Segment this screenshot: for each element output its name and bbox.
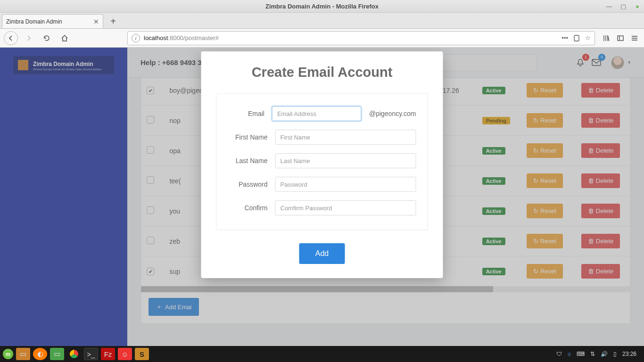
password-input[interactable] (275, 177, 416, 192)
tray-network-icon[interactable]: ⇅ (590, 351, 595, 357)
firstname-input[interactable] (275, 130, 416, 145)
nav-home-button[interactable] (58, 31, 72, 45)
email-label: Email (228, 110, 272, 117)
browser-tab-title: Zimbra Domain Admin (6, 18, 62, 25)
os-titlebar: Zimbra Domain Admin - Mozilla Firefox — … (0, 0, 644, 13)
taskbar-files2-icon[interactable]: ▭ (50, 348, 64, 360)
svg-rect-0 (574, 35, 579, 41)
browser-toolbar: i localhost:8000/postmaster# ••• ☆ (0, 29, 644, 48)
tab-close-icon[interactable]: ✕ (93, 18, 99, 25)
reader-mode-icon[interactable] (573, 34, 580, 42)
browser-tabstrip: Zimbra Domain Admin ✕ + (0, 13, 644, 29)
os-taskbar: m ▭ ◐ ▭ >_ Fz ☺ S 🛡 ⌽ ⌨ ⇅ 🔊 ▯ 23:26 (0, 346, 644, 362)
nav-forward-button[interactable] (22, 31, 36, 45)
password-label: Password (228, 181, 275, 188)
nav-reload-button[interactable] (40, 31, 54, 45)
svg-rect-1 (618, 36, 623, 41)
url-host: localhost (144, 34, 168, 41)
url-path: :8000/postmaster# (168, 34, 219, 41)
tray-battery-icon[interactable]: ▯ (613, 351, 617, 357)
library-icon[interactable] (603, 34, 610, 42)
lastname-label: Last Name (228, 157, 275, 165)
window-close-button[interactable]: ● (634, 3, 641, 10)
sidebar-toggle-icon[interactable] (617, 34, 624, 42)
taskbar-firefox-icon[interactable]: ◐ (33, 348, 47, 360)
tray-clock[interactable]: 23:26 (622, 351, 636, 357)
tray-bluetooth-icon[interactable]: ⌽ (568, 351, 571, 357)
taskbar-chrome-icon[interactable] (67, 348, 81, 360)
create-email-modal: Create Email Account Email @pigeoncy.com… (201, 51, 443, 278)
confirm-label: Confirm (228, 204, 275, 212)
confirm-input[interactable] (275, 200, 416, 215)
nav-back-button[interactable] (4, 31, 18, 45)
taskbar-filezilla-icon[interactable]: Fz (101, 348, 115, 360)
window-maximize-button[interactable]: ▢ (619, 3, 627, 10)
modal-title: Create Email Account (201, 65, 443, 80)
tray-shield-icon[interactable]: 🛡 (556, 351, 562, 357)
firefox-menu-icon[interactable] (631, 34, 638, 42)
window-title: Zimbra Domain Admin - Mozilla Firefox (265, 3, 379, 10)
new-tab-button[interactable]: + (106, 14, 120, 28)
taskbar-app-icon[interactable]: ☺ (118, 348, 132, 360)
modal-form-card: Email @pigeoncy.com First Name Last Name… (216, 93, 428, 230)
bookmark-star-icon[interactable]: ☆ (585, 34, 591, 41)
firstname-label: First Name (228, 133, 275, 141)
page-actions-icon[interactable]: ••• (561, 34, 568, 41)
site-info-icon[interactable]: i (132, 34, 140, 42)
tray-keyboard-icon[interactable]: ⌨ (577, 351, 585, 357)
taskbar-files1-icon[interactable]: ▭ (16, 348, 30, 360)
email-input[interactable] (272, 106, 362, 121)
taskbar-terminal-icon[interactable]: >_ (84, 348, 98, 360)
browser-tab[interactable]: Zimbra Domain Admin ✕ (2, 14, 103, 28)
modal-add-button[interactable]: Add (299, 243, 345, 264)
tray-volume-icon[interactable]: 🔊 (601, 351, 608, 357)
url-bar[interactable]: i localhost:8000/postmaster# ••• ☆ (127, 31, 595, 45)
email-domain-suffix: @pigeoncy.com (369, 110, 416, 117)
start-menu-icon[interactable]: m (3, 349, 13, 359)
taskbar-sublime-icon[interactable]: S (135, 348, 149, 360)
window-minimize-button[interactable]: — (605, 3, 613, 10)
lastname-input[interactable] (275, 153, 416, 168)
page-viewport: Zimbra Domain Admin Zimbra Domain Admin … (0, 48, 644, 346)
